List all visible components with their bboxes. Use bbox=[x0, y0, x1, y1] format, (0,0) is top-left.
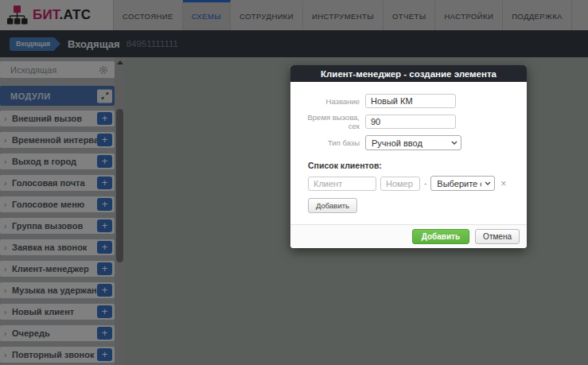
employee-select[interactable]: Выберите сотрудника bbox=[430, 176, 495, 191]
client-number-input[interactable] bbox=[380, 177, 420, 191]
name-input[interactable] bbox=[365, 94, 456, 108]
dialog-body: Название Время вызова, сек Тип базы Ручн… bbox=[290, 82, 527, 224]
clients-list-label: Список клиентов: bbox=[308, 161, 516, 170]
chevron-down-icon bbox=[485, 181, 491, 185]
client-row: - Выберите сотрудника × bbox=[308, 176, 516, 191]
base-type-field-label: Тип базы bbox=[302, 138, 365, 147]
add-client-row-button[interactable]: Добавить bbox=[308, 198, 357, 213]
dialog-title: Клиент-менеджер - создание элемента bbox=[290, 65, 527, 82]
cancel-button[interactable]: Отмена bbox=[475, 229, 520, 244]
dialog-footer: Добавить Отмена bbox=[290, 224, 527, 248]
app-window: БИТ.АТС СОСТОЯНИЕСХЕМЫСОТРУДНИКИИНСТРУМЕ… bbox=[0, 0, 588, 365]
name-field-label: Название bbox=[302, 97, 365, 106]
call-time-field-label: Время вызова, сек bbox=[302, 113, 365, 130]
chevron-down-icon bbox=[451, 141, 458, 145]
remove-client-row-icon[interactable]: × bbox=[500, 178, 506, 189]
base-type-select[interactable]: Ручной ввод bbox=[365, 135, 461, 150]
call-time-input[interactable] bbox=[365, 115, 456, 129]
client-manager-create-dialog: Клиент-менеджер - создание элемента Назв… bbox=[290, 65, 527, 248]
separator-dash: - bbox=[424, 179, 426, 188]
client-name-input[interactable] bbox=[308, 177, 376, 191]
submit-button[interactable]: Добавить bbox=[412, 229, 469, 244]
